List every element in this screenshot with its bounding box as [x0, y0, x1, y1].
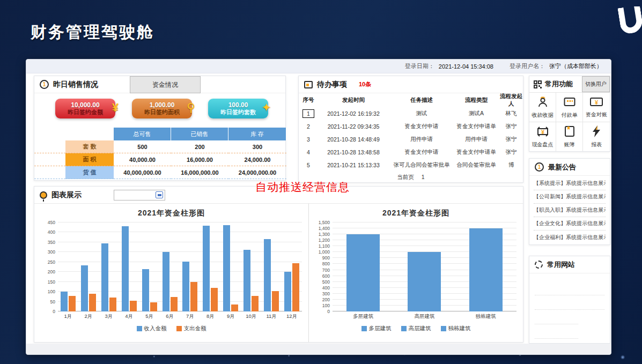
- pager-current-page[interactable]: 1: [422, 174, 425, 181]
- x-axis-tick-label: 11月: [261, 313, 282, 320]
- legend-swatch: [401, 326, 407, 331]
- y-axis-tick-label: 150: [48, 279, 55, 285]
- chart-title: 2021年资金柱形图: [34, 204, 308, 220]
- chart-bar: [101, 243, 108, 311]
- login-user-value: 张宁（成本部部长）: [549, 62, 602, 70]
- x-axis-tick-label: 7月: [180, 313, 201, 320]
- legend-label: 支出金额: [184, 325, 206, 332]
- sales-cell-value: 300: [228, 140, 286, 153]
- common-functions-header: 常用功能 切换用户: [529, 76, 610, 92]
- function-item[interactable]: 报表: [583, 122, 610, 151]
- function-item-label: 收款收据: [532, 112, 554, 119]
- website-slot-line: [535, 310, 578, 324]
- badge-value: 10,000.00: [71, 101, 99, 109]
- announcement-item[interactable]: 【系统提示】系统提示信息展示: [534, 177, 606, 190]
- y-axis-tick-label: 450: [48, 220, 55, 225]
- yesterday-sales-title: 昨日销售情况: [53, 80, 98, 90]
- todo-cell[interactable]: 2021-10-21 15:13:33: [318, 159, 389, 172]
- x-axis-tick-label: 高层建筑: [394, 313, 455, 320]
- chart-bar: [272, 291, 279, 311]
- map-pin-icon: ⚲: [187, 102, 195, 114]
- todo-cell[interactable]: 测试A: [454, 107, 498, 120]
- bar-group: [261, 222, 282, 311]
- announcements-title: 最新公告: [548, 162, 576, 172]
- todo-cell[interactable]: 2021-12-02 16:19:32: [318, 107, 389, 120]
- todo-cell[interactable]: 资金支付申请: [389, 146, 454, 159]
- todo-cell[interactable]: 张宁: [498, 120, 524, 133]
- chart-plot-area: 050100150200250300350400450: [58, 222, 302, 311]
- chart-plot: 050100150200250300350400450: [58, 222, 302, 311]
- todo-cell[interactable]: 用件申请: [454, 133, 498, 146]
- function-item[interactable]: 账簿: [556, 122, 583, 151]
- x-axis-tick-label: 12月: [282, 313, 302, 320]
- dashboard-panel: 登录日期： 2021-12-04 15:34:08 登录用户名： 张宁（成本部部…: [26, 59, 611, 355]
- chart-bar: [284, 272, 291, 312]
- sales-cell-value: 200: [171, 140, 228, 153]
- todo-cell[interactable]: 张宁: [498, 146, 524, 159]
- websites-card: 常用网站: [529, 256, 610, 344]
- todo-cell[interactable]: 张宁: [498, 133, 524, 146]
- todo-cell[interactable]: 2021-10-28 14:48:49: [318, 133, 389, 146]
- y-axis-tick-label: 100: [322, 303, 330, 308]
- y-axis-tick-label: 700: [322, 268, 330, 273]
- sales-cell-value: 40,000.00: [114, 153, 171, 166]
- todo-cell[interactable]: 合同会签审批单: [454, 159, 498, 172]
- chart-date-input[interactable]: [114, 190, 165, 200]
- function-item[interactable]: ¥现金盘点: [529, 122, 556, 151]
- todo-cell[interactable]: 林飞: [498, 107, 524, 120]
- announcement-item[interactable]: 【职员入职】系统提示信息展示: [534, 204, 606, 217]
- todo-col-header: 发起时间: [318, 93, 389, 107]
- announcement-item[interactable]: 【公司新闻】系统提示信息展示: [534, 190, 606, 204]
- chart-bar: [150, 302, 157, 311]
- todo-cell[interactable]: 博: [498, 159, 524, 172]
- x-axis-tick-label: 多层建筑: [333, 313, 394, 320]
- y-axis-tick-label: 100: [48, 289, 55, 294]
- function-item[interactable]: 付款单: [556, 92, 583, 122]
- y-axis-tick-label: 350: [48, 240, 55, 245]
- handshake-icon: ✦: [262, 102, 271, 114]
- yesterday-sales-header: 1 昨日销售情况 资金情况: [34, 76, 285, 93]
- switch-user-button[interactable]: 切换用户: [582, 76, 610, 92]
- todo-row-number[interactable]: 3: [299, 133, 318, 146]
- x-axis-tick-label: 1月: [58, 313, 78, 320]
- todo-cell[interactable]: 用件申请: [389, 133, 454, 146]
- bar-group: [200, 222, 220, 311]
- announcement-item[interactable]: 【企业文化】系统提示信息展示: [534, 217, 606, 231]
- todo-cell[interactable]: 测试: [389, 107, 454, 120]
- todo-row-number[interactable]: 5: [299, 159, 318, 172]
- message-icon: [304, 81, 313, 88]
- function-item[interactable]: 收款收据: [529, 92, 556, 122]
- todo-cell[interactable]: 张可儿合同会签审批单: [389, 159, 454, 172]
- bar-group: [333, 222, 394, 311]
- y-axis-tick-label: 0: [327, 309, 330, 314]
- lightning-report-icon: [591, 125, 602, 140]
- chart-bar: [469, 228, 503, 311]
- sales-cell-value: 500: [114, 140, 171, 153]
- todo-cell[interactable]: 资金支付申请单: [454, 120, 498, 133]
- x-axis-tick-label: 9月: [220, 313, 241, 320]
- page-title: 财务管理驾驶舱: [31, 21, 154, 43]
- bar-group: [220, 222, 241, 311]
- todo-cell[interactable]: 资金支付申请单: [454, 146, 498, 159]
- banknote-icon: ¥: [589, 96, 603, 110]
- x-axis-tick-label: 5月: [139, 313, 160, 320]
- todo-row-number[interactable]: 4: [299, 146, 318, 159]
- announcement-item[interactable]: 【企业福利】系统提示信息展示: [534, 231, 606, 244]
- bar-group: [241, 222, 261, 311]
- sales-row-label: 套 数: [65, 140, 114, 153]
- todo-row-number[interactable]: 2: [299, 120, 318, 133]
- todo-cell[interactable]: 2021-11-22 09:34:35: [318, 120, 389, 133]
- y-axis-tick-label: 50: [50, 299, 55, 304]
- legend-item: 高层建筑: [401, 325, 431, 332]
- function-item[interactable]: ¥资金对账: [583, 92, 610, 122]
- todo-cell[interactable]: 2021-10-28 13:48:58: [318, 146, 389, 159]
- chart-bar: [211, 288, 218, 311]
- y-axis-tick-label: 200: [48, 269, 55, 274]
- dashed-circle-icon: [535, 261, 543, 269]
- function-item-label: 现金盘点: [532, 141, 554, 148]
- tab-funds-status[interactable]: 资金情况: [130, 76, 201, 93]
- chart-bar: [252, 296, 259, 311]
- y-axis-tick-label: 900: [322, 255, 330, 261]
- todo-cell[interactable]: 资金支付申请: [389, 120, 454, 133]
- todo-row-number[interactable]: 1: [299, 107, 318, 120]
